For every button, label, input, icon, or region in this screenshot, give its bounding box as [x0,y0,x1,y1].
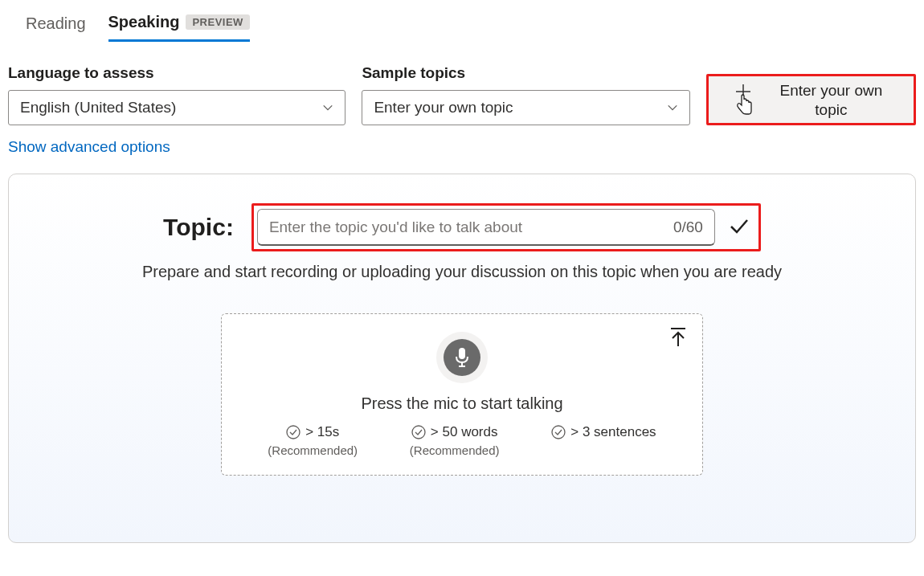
preview-badge: PREVIEW [186,14,249,30]
main-panel: Topic: 0/60 Prepare and start recording … [8,174,916,543]
svg-point-6 [287,426,300,439]
sample-label: Sample topics [362,64,689,82]
topic-char-count: 0/60 [673,219,703,236]
language-column: Language to assess English (United State… [8,64,345,125]
topic-row: Topic: 0/60 [33,203,891,251]
enter-own-topic-button[interactable]: Enter your own topic [706,74,916,125]
show-advanced-options-link[interactable]: Show advanced options [8,138,170,156]
microphone-icon [454,347,470,368]
criterion-duration-sub: (Recommended) [268,443,358,457]
criterion-words-text: > 50 words [431,424,498,440]
tab-speaking-label: Speaking [108,13,180,31]
check-icon [728,214,750,237]
criterion-words: > 50 words (Recommended) [410,424,500,457]
topic-input-box[interactable]: 0/60 [257,209,715,246]
upload-icon [668,327,688,348]
topic-input-group: 0/60 [251,203,761,251]
svg-point-8 [552,426,565,439]
language-select[interactable]: English (United States) [8,90,345,125]
sample-column: Sample topics Enter your own topic [362,64,689,125]
mic-prompt: Press the mic to start talking [246,394,678,413]
topic-label: Topic: [163,214,234,241]
language-value: English (United States) [20,99,176,116]
record-card: Press the mic to start talking > 15s (Re… [221,313,703,476]
tab-speaking[interactable]: Speaking PREVIEW [108,8,250,42]
confirm-topic-button[interactable] [728,214,750,240]
controls-row: Language to assess English (United State… [8,64,916,125]
check-circle-icon [286,425,301,439]
microphone-button[interactable] [436,332,488,383]
sample-topic-select[interactable]: Enter your own topic [362,90,689,125]
language-label: Language to assess [8,64,345,82]
criterion-sentences: > 3 sentences [551,424,656,457]
criterion-duration-text: > 15s [305,424,339,440]
plus-icon-wrap [731,83,755,118]
tabs-bar: Reading Speaking PREVIEW [8,8,916,42]
enter-own-topic-label: Enter your own topic [763,81,899,120]
check-circle-icon [411,425,426,439]
criteria-row: > 15s (Recommended) > 50 words (Recommen… [246,424,678,457]
topic-input[interactable] [269,219,665,236]
sample-value: Enter your own topic [374,99,513,116]
criterion-sentences-text: > 3 sentences [570,424,656,440]
upload-button[interactable] [668,327,688,351]
criterion-words-sub: (Recommended) [410,443,500,457]
criterion-duration: > 15s (Recommended) [268,424,358,457]
tab-reading[interactable]: Reading [26,10,86,41]
chevron-down-icon [322,102,333,113]
subtitle-text: Prepare and start recording or uploading… [33,263,891,281]
chevron-down-icon [667,102,678,113]
microphone-inner [444,339,480,376]
svg-point-7 [412,426,425,439]
check-circle-icon [551,425,566,439]
pointer-cursor-icon [736,94,754,115]
svg-rect-3 [459,348,465,359]
